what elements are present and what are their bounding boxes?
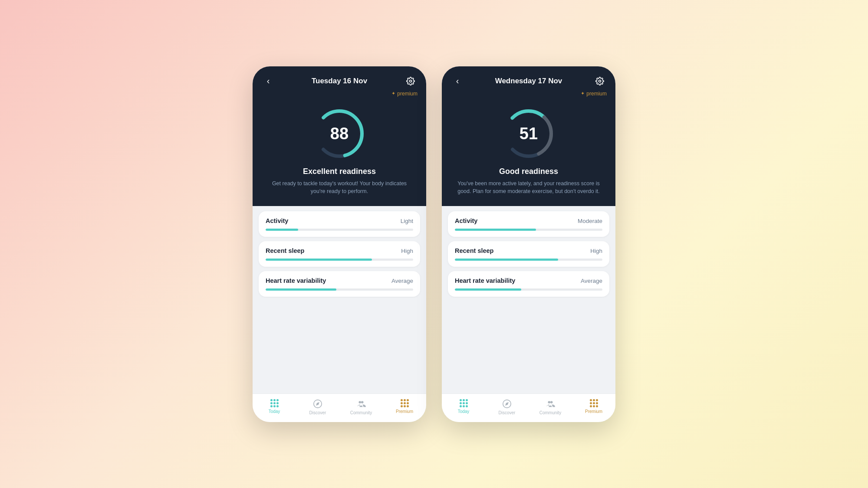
svg-point-14 — [550, 401, 553, 403]
svg-marker-12 — [505, 402, 509, 406]
settings-icon-1[interactable] — [404, 74, 418, 88]
nav-label-premium-1: Premium — [396, 409, 413, 414]
nav-label-today-2: Today — [458, 409, 470, 414]
top-bar-1: ‹ Tuesday 16 Nov — [261, 74, 418, 88]
ring-container-1: 88 — [311, 105, 368, 162]
phones-container: ‹ Tuesday 16 Nov ✦ premium — [253, 66, 615, 422]
metric-card-sleep-1[interactable]: Recent sleep High — [259, 241, 420, 267]
metric-name-hrv-2: Heart rate variability — [455, 277, 515, 284]
nav-label-community-2: Community — [539, 410, 562, 415]
readiness-desc-1: Get ready to tackle today's workout! You… — [261, 180, 418, 196]
metric-level-sleep-1: High — [401, 248, 413, 254]
progress-bg-sleep-1 — [266, 259, 413, 261]
bottom-nav-1: Today Discover — [253, 393, 426, 422]
metric-level-hrv-2: Average — [581, 278, 602, 284]
ring-container-2: 51 — [500, 105, 557, 162]
premium-nav-icon-2 — [590, 399, 598, 407]
metric-level-activity-1: Light — [401, 218, 413, 224]
svg-point-13 — [548, 401, 551, 403]
date-title-1: Tuesday 16 Nov — [312, 77, 367, 85]
readiness-desc-2: You've been more active lately, and your… — [450, 180, 607, 196]
nav-discover-2[interactable]: Discover — [485, 397, 529, 417]
premium-icon-1: ✦ — [391, 91, 395, 96]
metric-level-sleep-2: High — [590, 248, 602, 254]
svg-marker-4 — [316, 402, 319, 406]
progress-fill-activity-1 — [266, 229, 298, 231]
svg-point-0 — [410, 80, 412, 82]
premium-nav-icon-1 — [401, 399, 409, 407]
community-icon-1 — [356, 399, 366, 409]
metric-name-hrv-1: Heart rate variability — [266, 277, 326, 284]
score-number-2: 51 — [519, 124, 538, 143]
discover-icon-2 — [502, 399, 512, 409]
progress-bg-activity-2 — [455, 229, 602, 231]
today-icon-1 — [270, 399, 279, 407]
metric-name-sleep-1: Recent sleep — [266, 247, 304, 254]
nav-community-1[interactable]: Community — [339, 397, 383, 417]
svg-point-7 — [598, 80, 601, 82]
progress-bg-hrv-2 — [455, 288, 602, 291]
metric-name-activity-2: Activity — [455, 217, 477, 224]
metric-name-sleep-2: Recent sleep — [455, 247, 493, 254]
metric-name-activity-1: Activity — [266, 217, 288, 224]
nav-label-premium-2: Premium — [585, 409, 602, 414]
metric-level-activity-2: Moderate — [578, 218, 602, 224]
phone-2: ‹ Wednesday 17 Nov ✦ premium — [442, 66, 615, 422]
progress-fill-activity-2 — [455, 229, 536, 231]
settings-icon-2[interactable] — [593, 74, 607, 88]
top-bar-2: ‹ Wednesday 17 Nov — [450, 74, 607, 88]
discover-icon-1 — [313, 399, 322, 409]
svg-point-6 — [361, 401, 364, 403]
svg-point-5 — [359, 401, 362, 403]
nav-premium-2[interactable]: Premium — [572, 397, 615, 417]
premium-label-1: premium — [397, 91, 418, 97]
today-icon-2 — [460, 399, 468, 407]
date-title-2: Wednesday 17 Nov — [495, 77, 562, 85]
metric-card-hrv-2[interactable]: Heart rate variability Average — [448, 271, 609, 297]
progress-bg-sleep-2 — [455, 259, 602, 261]
phone-1: ‹ Tuesday 16 Nov ✦ premium — [253, 66, 426, 422]
score-section-1: 88 Excellent readiness Get ready to tack… — [253, 101, 426, 206]
metric-card-activity-2[interactable]: Activity Moderate — [448, 211, 609, 237]
nav-premium-1[interactable]: Premium — [383, 397, 426, 417]
bottom-nav-2: Today Discover — [442, 393, 615, 422]
progress-fill-sleep-1 — [266, 259, 372, 261]
metric-card-activity-1[interactable]: Activity Light — [259, 211, 420, 237]
metric-card-sleep-2[interactable]: Recent sleep High — [448, 241, 609, 267]
nav-label-today-1: Today — [269, 409, 280, 414]
premium-label-2: premium — [586, 91, 607, 97]
score-section-2: 51 Good readiness You've been more activ… — [442, 101, 615, 206]
nav-today-2[interactable]: Today — [442, 397, 485, 417]
nav-discover-1[interactable]: Discover — [296, 397, 339, 417]
nav-label-discover-1: Discover — [309, 410, 326, 415]
nav-community-2[interactable]: Community — [529, 397, 572, 417]
back-button-2[interactable]: ‹ — [450, 74, 464, 88]
cards-section-2: Activity Moderate Recent sleep High He — [442, 206, 615, 393]
cards-section-1: Activity Light Recent sleep High Heart — [253, 206, 426, 393]
nav-today-1[interactable]: Today — [253, 397, 296, 417]
progress-fill-hrv-2 — [455, 288, 521, 291]
progress-bg-hrv-1 — [266, 288, 413, 291]
community-icon-2 — [546, 399, 555, 409]
progress-fill-sleep-2 — [455, 259, 558, 261]
nav-label-discover-2: Discover — [499, 410, 516, 415]
metric-card-hrv-1[interactable]: Heart rate variability Average — [259, 271, 420, 297]
metric-level-hrv-1: Average — [391, 278, 413, 284]
score-number-1: 88 — [330, 124, 349, 143]
nav-label-community-1: Community — [350, 410, 372, 415]
progress-bg-activity-1 — [266, 229, 413, 231]
progress-fill-hrv-1 — [266, 288, 336, 291]
premium-icon-2: ✦ — [581, 91, 585, 96]
back-button-1[interactable]: ‹ — [261, 74, 275, 88]
